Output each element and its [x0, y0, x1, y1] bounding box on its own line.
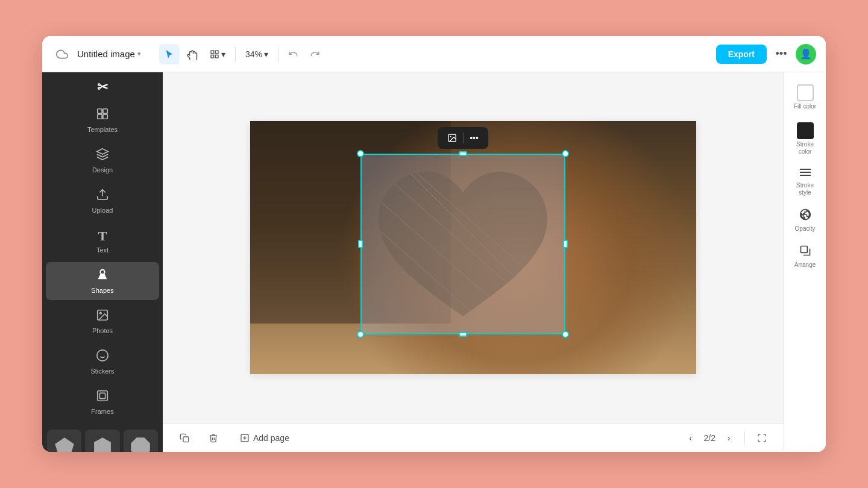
undo-button[interactable] — [283, 44, 304, 64]
svg-rect-5 — [103, 109, 107, 113]
header-right: Export ••• 👤 — [716, 44, 816, 64]
right-panel: Fill color Stroke color Stroke style — [784, 72, 826, 452]
arrange-tool[interactable]: Arrange — [788, 240, 823, 274]
handle-bottom-middle[interactable] — [459, 332, 467, 337]
sidebar: ✂ Templates — [42, 72, 163, 452]
view-button[interactable]: ▾ — [205, 44, 230, 64]
sidebar-item-stickers[interactable]: Stickers — [46, 343, 159, 381]
svg-rect-2 — [211, 55, 214, 58]
sidebar-item-text[interactable]: T Text — [46, 222, 159, 260]
header-left: Untitled image ▾ — [52, 44, 141, 64]
frames-icon — [96, 389, 109, 405]
shapes-label: Shapes — [91, 287, 113, 294]
pan-tool-button[interactable] — [182, 44, 203, 64]
handle-top-left[interactable] — [357, 150, 364, 157]
svg-rect-4 — [98, 109, 102, 113]
divider-2 — [278, 47, 278, 61]
handle-bottom-left[interactable] — [357, 331, 364, 338]
redo-button[interactable] — [305, 44, 326, 64]
stroke-color-label: Stroke color — [790, 141, 820, 155]
handle-middle-right[interactable] — [563, 240, 568, 248]
handle-top-middle[interactable] — [459, 151, 467, 156]
body: ✂ Templates — [42, 72, 826, 452]
logo-icon: ✂ — [97, 80, 108, 95]
divider-1 — [235, 47, 236, 61]
templates-icon — [96, 107, 109, 124]
canvas-frame: ••• — [250, 121, 696, 374]
shape-hexagon[interactable] — [85, 430, 119, 452]
stroke-style-label: Stroke style — [790, 182, 820, 196]
stroke-style-icon — [799, 167, 812, 180]
sidebar-top: ✂ — [42, 72, 163, 98]
opacity-label: Opacity — [795, 225, 816, 233]
opacity-icon — [799, 208, 811, 224]
stroke-style-tool[interactable]: Stroke style — [788, 163, 823, 201]
delete-page-button[interactable] — [204, 428, 223, 448]
copy-page-button[interactable] — [175, 428, 194, 448]
zoom-value: 34% — [245, 49, 262, 59]
sidebar-item-frames[interactable]: Frames — [46, 383, 159, 421]
add-page-button[interactable]: Add page — [233, 428, 297, 448]
svg-rect-15 — [99, 393, 105, 398]
undo-redo-group — [283, 44, 326, 64]
shape-octagon[interactable] — [124, 430, 158, 452]
handle-top-right[interactable] — [562, 150, 569, 157]
header: Untitled image ▾ ▾ — [42, 36, 826, 72]
prev-page-button[interactable]: ‹ — [682, 430, 699, 446]
svg-marker-16 — [55, 437, 74, 452]
ctx-image-button[interactable] — [444, 131, 461, 145]
more-options-button[interactable]: ••• — [772, 45, 791, 64]
user-avatar[interactable]: 👤 — [796, 44, 816, 64]
zoom-button[interactable]: 34% ▾ — [241, 44, 273, 64]
stickers-icon — [96, 349, 109, 365]
zoom-chevron: ▾ — [264, 49, 268, 59]
page-indicator: 2/2 — [704, 433, 715, 443]
arrange-label: Arrange — [794, 261, 816, 269]
svg-rect-6 — [98, 114, 102, 119]
fill-color-tool[interactable]: Fill color — [788, 80, 823, 115]
fullscreen-button[interactable] — [752, 428, 772, 448]
next-page-button[interactable]: › — [720, 430, 737, 446]
upload-label: Upload — [92, 207, 113, 214]
svg-point-11 — [97, 350, 108, 361]
upload-icon — [96, 188, 109, 204]
handle-bottom-right[interactable] — [562, 331, 569, 338]
sidebar-item-photos[interactable]: Photos — [46, 302, 159, 340]
export-button[interactable]: Export — [716, 45, 767, 64]
page-divider — [744, 431, 745, 445]
ctx-more-button[interactable]: ••• — [466, 131, 482, 145]
svg-rect-7 — [103, 114, 107, 119]
canvas-footer: Add page ‹ 2/2 › — [163, 423, 784, 452]
cloud-save-button[interactable] — [52, 44, 72, 64]
sidebar-item-templates[interactable]: Templates — [46, 101, 159, 139]
app-window: Untitled image ▾ ▾ — [42, 36, 826, 452]
sidebar-item-upload[interactable]: Upload — [46, 182, 159, 220]
shapes-icon — [96, 268, 109, 284]
doc-title[interactable]: Untitled image ▾ — [77, 49, 141, 59]
stroke-color-tool[interactable]: Stroke color — [788, 117, 823, 160]
canvas-area: ••• — [163, 72, 784, 452]
photos-icon — [96, 308, 109, 325]
add-page-label: Add page — [253, 433, 289, 443]
canvas-wrapper: ••• — [163, 72, 784, 452]
handle-middle-left[interactable] — [358, 240, 363, 248]
svg-point-10 — [99, 312, 101, 314]
canvas-content[interactable]: ••• — [163, 72, 784, 423]
photos-label: Photos — [92, 327, 113, 334]
doc-title-text: Untitled image — [77, 49, 135, 59]
sidebar-item-shapes[interactable]: Shapes — [46, 262, 159, 300]
sidebar-nav: Templates Design — [42, 98, 163, 425]
header-tools: ▾ 34% ▾ — [159, 44, 326, 64]
design-icon — [96, 148, 109, 164]
svg-rect-41 — [183, 437, 189, 442]
heart-shape-svg — [360, 154, 565, 334]
context-menu: ••• — [438, 127, 488, 149]
opacity-tool[interactable]: Opacity — [788, 204, 823, 237]
select-tool-button[interactable] — [159, 44, 180, 64]
svg-rect-1 — [215, 51, 218, 54]
title-chevron: ▾ — [137, 50, 141, 58]
selection-box[interactable]: ••• — [360, 154, 565, 334]
shape-pentagon[interactable] — [47, 430, 81, 452]
fill-color-swatch — [797, 84, 814, 101]
sidebar-item-design[interactable]: Design — [46, 142, 159, 180]
